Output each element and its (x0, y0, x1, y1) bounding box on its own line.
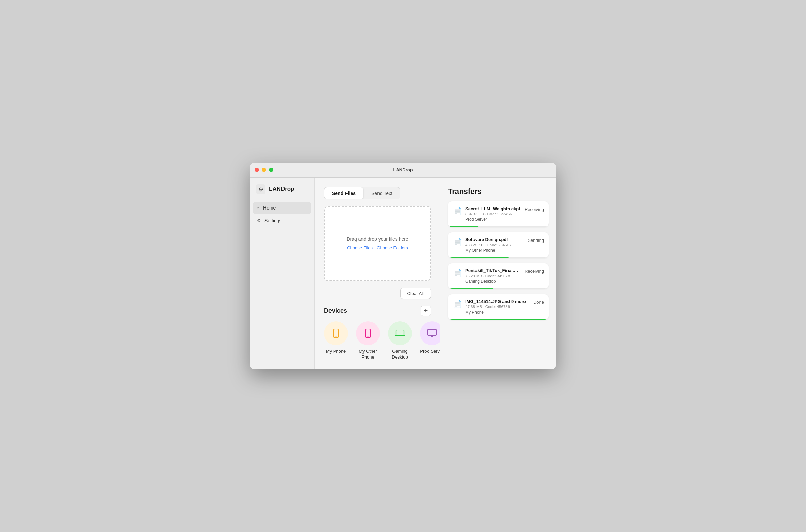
transfer-progress-t3 (448, 288, 549, 289)
dropzone-links: Choose Files Choose Folders (347, 245, 408, 250)
svg-point-6 (368, 336, 368, 337)
laptop-icon-green (394, 328, 406, 339)
transfers-title: Transfers (448, 187, 549, 196)
device-item-my-phone[interactable]: My Phone (324, 321, 348, 360)
app-window: LANDrop ⊕ LANDrop ⌂ Home ⚙ Settings (250, 163, 556, 370)
device-label-prod-server: Prod Server (420, 349, 440, 354)
file-icon-t2: 📄 (453, 238, 462, 247)
device-label-my-other-phone: My OtherPhone (359, 349, 377, 360)
transfer-info-t4: IMG_114514.JPG and 9 more 47.68 MB · Cod… (465, 299, 530, 315)
dropzone[interactable]: Drag and drop your files here Choose Fil… (324, 206, 431, 281)
transfer-status-t1: Receiving (525, 207, 544, 212)
transfer-item-t2: 📄 Software Design.pdf 488.28 KB · Code: … (448, 232, 549, 258)
main-content: Send Files Send Text Drag and drop your … (315, 178, 440, 370)
dropzone-prompt: Drag and drop your files here (346, 236, 408, 242)
svg-rect-7 (367, 330, 369, 330)
file-icon-t3: 📄 (453, 269, 462, 278)
sidebar-item-home[interactable]: ⌂ Home (253, 202, 311, 214)
svg-rect-12 (429, 330, 435, 334)
transfer-device-t1: Prod Server (465, 217, 521, 222)
transfer-progress-t2 (448, 257, 549, 258)
right-panel: Transfers 📄 Secret_LLM_Weights.ckpt 884.… (440, 178, 556, 370)
devices-header: Devices + (324, 306, 431, 316)
device-item-gaming-desktop[interactable]: GamingDesktop (388, 321, 412, 360)
sidebar-item-settings-label: Settings (264, 218, 282, 223)
tabs: Send Files Send Text (324, 187, 400, 199)
zoom-button[interactable] (269, 168, 273, 172)
transfer-progress-bar-t2 (448, 257, 509, 258)
choose-folders-link[interactable]: Choose Folders (377, 245, 408, 250)
file-icon-t4: 📄 (453, 300, 462, 309)
sidebar-item-home-label: Home (263, 205, 276, 211)
svg-point-3 (336, 336, 336, 337)
transfer-meta-t1: 884.33 GB · Code: 123456 (465, 212, 521, 216)
transfer-row-t2: 📄 Software Design.pdf 488.28 KB · Code: … (453, 237, 544, 257)
transfer-row-t4: 📄 IMG_114514.JPG and 9 more 47.68 MB · C… (453, 299, 544, 319)
device-icon-prod-server (420, 321, 440, 345)
transfer-row-t1: 📄 Secret_LLM_Weights.ckpt 884.33 GB · Co… (453, 206, 544, 226)
transfer-status-t4: Done (533, 300, 544, 305)
transfer-status-t2: Sending (528, 238, 544, 243)
transfer-device-t3: Gaming Desktop (465, 279, 521, 284)
device-label-gaming-desktop: GamingDesktop (392, 349, 408, 360)
settings-icon: ⚙ (257, 218, 261, 224)
transfer-device-t4: My Phone (465, 310, 530, 315)
clear-all-row: Clear All (324, 288, 431, 299)
transfer-filename-t4: IMG_114514.JPG and 9 more (465, 299, 530, 304)
logo-icon: ⊕ (256, 184, 265, 194)
clear-all-button[interactable]: Clear All (400, 288, 431, 299)
transfer-progress-bar-t4 (448, 319, 549, 320)
phone-icon-yellow (331, 328, 341, 339)
tab-send-files[interactable]: Send Files (324, 187, 363, 199)
add-device-button[interactable]: + (421, 306, 431, 316)
device-icon-gaming-desktop (388, 321, 412, 345)
transfer-progress-bar-t1 (448, 226, 478, 227)
transfer-status-t3: Receiving (525, 269, 544, 274)
transfer-progress-t1 (448, 226, 549, 227)
transfer-filename-t1: Secret_LLM_Weights.ckpt (465, 206, 521, 211)
minimize-button[interactable] (262, 168, 266, 172)
transfer-filename-t2: Software Design.pdf (465, 237, 524, 242)
svg-rect-10 (399, 335, 401, 336)
transfer-item-t3: 📄 Pentakill_TikTok_Final.mp4 76.29 MB · … (448, 263, 549, 289)
sidebar-item-settings[interactable]: ⚙ Settings (253, 215, 311, 227)
tab-send-text[interactable]: Send Text (364, 187, 400, 199)
devices-title: Devices (324, 307, 347, 314)
close-button[interactable] (255, 168, 259, 172)
transfer-info-t3: Pentakill_TikTok_Final.mp4 76.29 MB · Co… (465, 268, 521, 284)
choose-files-link[interactable]: Choose Files (347, 245, 373, 250)
logo-text: LANDrop (269, 186, 294, 193)
app-logo: ⊕ LANDrop (250, 184, 314, 202)
device-label-my-phone: My Phone (326, 349, 346, 354)
sidebar: ⊕ LANDrop ⌂ Home ⚙ Settings (250, 178, 315, 370)
transfer-progress-bar-t3 (448, 288, 493, 289)
svg-rect-4 (335, 330, 337, 330)
transfer-item-t1: 📄 Secret_LLM_Weights.ckpt 884.33 GB · Co… (448, 201, 549, 227)
sidebar-nav: ⌂ Home ⚙ Settings (250, 202, 314, 227)
transfer-meta-t4: 47.68 MB · Code: 456789 (465, 305, 530, 309)
transfer-progress-t4 (448, 319, 549, 320)
transfer-item-t4: 📄 IMG_114514.JPG and 9 more 47.68 MB · C… (448, 294, 549, 320)
svg-rect-13 (431, 336, 433, 337)
device-icon-my-other-phone (356, 321, 380, 345)
app-body: ⊕ LANDrop ⌂ Home ⚙ Settings Send Files S (250, 178, 556, 370)
transfer-row-t3: 📄 Pentakill_TikTok_Final.mp4 76.29 MB · … (453, 268, 544, 288)
transfer-meta-t3: 76.29 MB · Code: 345678 (465, 274, 521, 278)
transfer-meta-t2: 488.28 KB · Code: 234567 (465, 243, 524, 247)
phone-icon-pink (362, 328, 373, 339)
device-item-my-other-phone[interactable]: My OtherPhone (356, 321, 380, 360)
plus-icon: + (424, 307, 428, 314)
device-icon-my-phone (324, 321, 348, 345)
devices-section: Devices + (324, 306, 431, 360)
device-item-prod-server[interactable]: Prod Server (420, 321, 440, 360)
transfer-info-t2: Software Design.pdf 488.28 KB · Code: 23… (465, 237, 524, 253)
transfer-info-t1: Secret_LLM_Weights.ckpt 884.33 GB · Code… (465, 206, 521, 222)
svg-rect-9 (397, 331, 403, 334)
svg-text:⊕: ⊕ (259, 186, 263, 192)
transfer-device-t2: My Other Phone (465, 248, 524, 253)
traffic-lights (255, 168, 273, 172)
monitor-icon-purple (426, 328, 438, 339)
titlebar: LANDrop (250, 163, 556, 178)
window-title: LANDrop (393, 167, 413, 172)
transfer-filename-t3: Pentakill_TikTok_Final.mp4 (465, 268, 521, 273)
